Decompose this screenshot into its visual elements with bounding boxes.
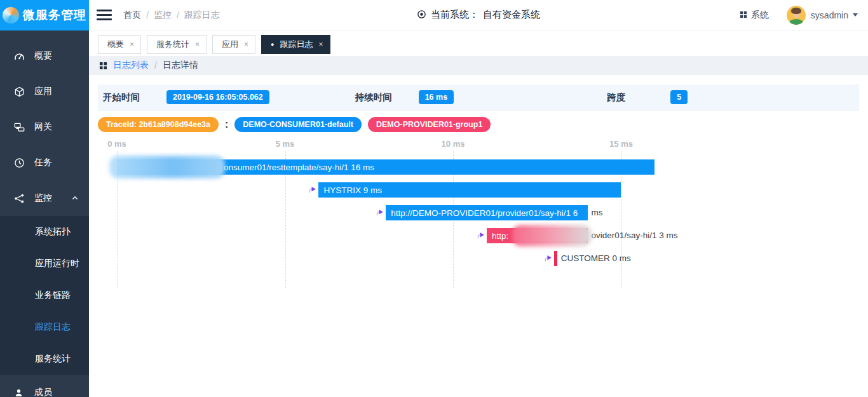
system-menu-label: 系统 — [751, 10, 769, 21]
sidebar-item[interactable]: 任务 — [0, 145, 89, 180]
avatar[interactable] — [787, 6, 806, 25]
tab-item[interactable]: 应用× — [212, 35, 255, 54]
username[interactable]: sysadmin — [811, 10, 848, 20]
info-field-value-badge: 5 — [670, 90, 688, 104]
breadcrumb-separator: / — [154, 60, 157, 71]
current-system-value: 自有资金系统 — [483, 9, 540, 21]
sidebar-item[interactable]: 网关 — [0, 109, 89, 145]
main-column: 首页/监控/跟踪日志 当前系统： 自有资金系统 系统 sysadmin 概要×服… — [89, 0, 868, 397]
sidebar-item-label: 成员 — [34, 387, 52, 397]
trace-badges-row: TraceId: 2b61a8908d94ee3a:DEMO-CONSUMER0… — [98, 117, 859, 132]
close-icon[interactable]: × — [318, 40, 323, 49]
breadcrumb-log-list-link[interactable]: 日志列表 — [113, 60, 149, 71]
close-icon[interactable]: × — [195, 40, 200, 49]
gauge-icon — [14, 51, 25, 62]
info-field: 开始时间2019-09-16 16:05:05.062 — [103, 90, 355, 104]
top-header: 首页/监控/跟踪日志 当前系统： 自有资金系统 系统 sysadmin — [89, 0, 868, 30]
span-bar-label: http://DEMO-PROVIDER01/provider01/say-hi… — [386, 208, 578, 218]
breadcrumb-log-detail: 日志详情 — [163, 60, 198, 71]
share-icon — [14, 193, 25, 204]
breadcrumb-item[interactable]: 首页 — [123, 10, 141, 21]
tab-label: 应用 — [222, 39, 238, 50]
sidebar-subitem[interactable]: 系统拓扑 — [0, 216, 89, 248]
tick-label: 10 ms — [442, 139, 465, 149]
sidebar-subitem[interactable]: 应用运行时 — [0, 248, 89, 279]
user-icon — [14, 388, 25, 397]
close-icon[interactable]: × — [130, 40, 134, 49]
span-arrow-icon — [477, 231, 486, 240]
content-area: 开始时间2019-09-16 16:05:05.062持续时间16 ms跨度5 … — [89, 75, 868, 397]
span-after-label: ms — [592, 205, 603, 220]
span-after-label: CUSTOMER 0 ms — [561, 251, 631, 266]
trace-span-bar[interactable] — [554, 251, 557, 266]
breadcrumb-separator: / — [146, 10, 149, 20]
sidebar-item[interactable]: 监控 — [0, 180, 89, 216]
sidebar-item[interactable]: 应用 — [0, 74, 89, 109]
info-field-value-badge: 2019-09-16 16:05:05.062 — [166, 90, 269, 104]
trace-span-bar[interactable]: onsumer01/resttemplate/say-hi/1 16 ms — [117, 159, 654, 175]
info-field: 持续时间16 ms — [355, 90, 607, 104]
badge-separator: : — [225, 119, 228, 130]
sidebar-subitem[interactable]: 跟踪日志 — [0, 311, 89, 343]
gantt: 0 ms5 ms10 ms15 msonsumer01/resttemplate… — [98, 139, 859, 304]
active-dot-icon: ● — [271, 42, 274, 48]
clock-icon — [14, 158, 25, 168]
sidebar-subitem[interactable]: 服务统计 — [0, 343, 89, 375]
sidebar-submenu: 系统拓扑应用运行时业务链路跟踪日志服务统计 — [0, 216, 89, 375]
span-bar-label: http: — [487, 231, 508, 241]
info-field-value-badge: 16 ms — [419, 90, 454, 104]
sidebar-item-label: 概要 — [34, 50, 52, 62]
logo-swirl-icon — [3, 7, 19, 24]
chevron-up-icon — [71, 194, 79, 202]
sidebar-item-label: 任务 — [34, 157, 52, 168]
service-badge[interactable]: DEMO-CONSUMER01-default — [234, 117, 362, 132]
tick-label: 0 ms — [107, 139, 126, 149]
service-badge[interactable]: DEMO-PROVIDER01-group1 — [368, 117, 491, 132]
span-after-label: ovider01/say-hi/1 3 ms — [592, 228, 678, 243]
caret-down-icon[interactable] — [853, 13, 858, 17]
trace-span-bar[interactable]: http://DEMO-PROVIDER01/provider01/say-hi… — [386, 205, 587, 220]
trace-info-band: 开始时间2019-09-16 16:05:05.062持续时间16 ms跨度5 — [98, 84, 859, 111]
hamburger-menu-icon[interactable] — [97, 7, 112, 23]
tick-label: 5 ms — [276, 139, 295, 149]
sidebar-item-label: 网关 — [34, 121, 52, 133]
redaction-blur — [512, 225, 592, 246]
sidebar-subitem[interactable]: 业务链路 — [0, 279, 89, 311]
span-arrow-icon — [376, 208, 385, 217]
tick-label: 15 ms — [609, 139, 633, 149]
sidebar-item[interactable]: 概要 — [0, 38, 89, 74]
tab-item[interactable]: 服务统计× — [147, 35, 207, 54]
info-field: 跨度5 — [607, 90, 859, 104]
target-icon — [417, 10, 426, 21]
header-right: 系统 sysadmin — [740, 6, 858, 25]
grid-icon — [99, 62, 107, 70]
system-menu[interactable]: 系统 — [740, 10, 769, 21]
close-icon[interactable]: × — [244, 40, 248, 49]
breadcrumb-item[interactable]: 跟踪日志 — [184, 10, 220, 21]
span-bar-label: HYSTRIX 9 ms — [318, 185, 382, 195]
tab-label: 概要 — [107, 39, 124, 50]
tab-label: 服务统计 — [156, 39, 189, 50]
logo-text: 微服务管理 — [23, 7, 86, 24]
cube-icon — [14, 86, 25, 97]
breadcrumb-separator: / — [177, 10, 179, 20]
grid-icon — [740, 10, 747, 20]
sidebar-item[interactable]: 成员 — [0, 375, 89, 397]
app-logo[interactable]: 微服务管理 — [0, 0, 89, 30]
info-field-label: 开始时间 — [103, 91, 166, 104]
trace-id-badge: TraceId: 2b61a8908d94ee3a — [98, 117, 219, 132]
breadcrumb-item[interactable]: 监控 — [154, 10, 172, 21]
trace-span-bar[interactable]: HYSTRIX 9 ms — [318, 182, 621, 198]
sidebar-nav: 概要应用网关任务监控系统拓扑应用运行时业务链路跟踪日志服务统计成员 — [0, 30, 89, 397]
sidebar-item-label: 应用 — [34, 86, 52, 97]
trace-span-bar[interactable]: http: — [487, 228, 588, 243]
redaction-blur — [109, 156, 225, 178]
page-breadcrumb-bar: 日志列表 / 日志详情 — [89, 56, 868, 75]
span-arrow-icon — [308, 185, 318, 194]
sidebar: 微服务管理 概要应用网关任务监控系统拓扑应用运行时业务链路跟踪日志服务统计成员 — [0, 0, 89, 397]
span-bar-label: onsumer01/resttemplate/say-hi/1 16 ms — [219, 163, 374, 172]
sidebar-item-label: 监控 — [34, 192, 52, 204]
tab-item[interactable]: 概要× — [98, 35, 141, 54]
current-system-label: 当前系统： — [431, 9, 478, 21]
tab-active[interactable]: ●跟踪日志× — [261, 35, 330, 54]
